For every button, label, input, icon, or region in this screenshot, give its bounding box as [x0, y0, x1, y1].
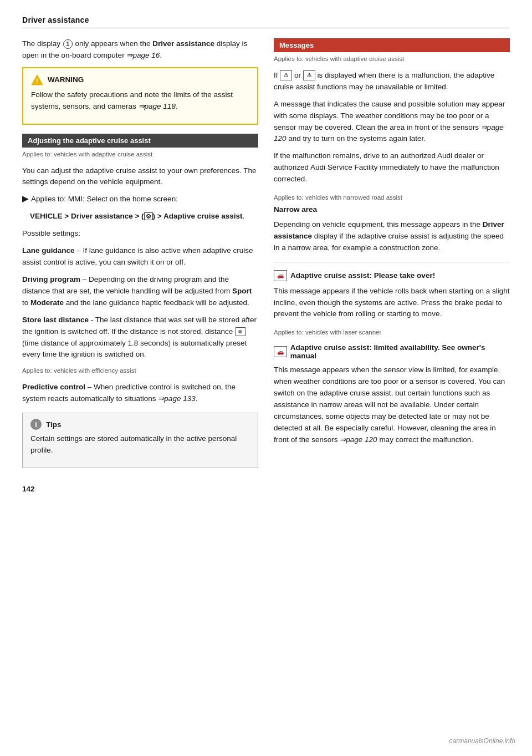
left-column: The display 1 only appears when the Driv… — [22, 38, 258, 468]
right-column: Messages Applies to: vehicles with adapt… — [274, 38, 510, 468]
two-column-layout: The display 1 only appears when the Driv… — [22, 38, 510, 468]
page-footer: 142 — [22, 485, 510, 493]
malfunction-icon-2: ⚠ — [303, 70, 315, 80]
messages-section: Messages Applies to: vehicles with adapt… — [274, 38, 510, 185]
lane-guidance-label: Lane guidance — [22, 246, 75, 255]
messages-bar-label: Messages — [279, 41, 314, 49]
warning-page-ref: ⇒page 118 — [139, 102, 176, 110]
driving-program-para: Driving program – Depending on the drivi… — [22, 274, 258, 309]
info-circle-icon: i — [30, 419, 42, 430]
lane-guidance-para: Lane guidance – If lane guidance is also… — [22, 245, 258, 268]
predictive-control-label: Predictive control — [22, 383, 85, 391]
adjusting-bar-label: Adjusting the adaptive cruise assist — [28, 136, 151, 145]
tips-box: i Tips Certain settings are stored autom… — [22, 413, 258, 468]
adaptive-limited-page-ref: ⇒page 120 — [340, 435, 377, 444]
store-last-distance-label: Store last distance — [22, 316, 89, 324]
tips-label: Tips — [46, 420, 62, 429]
sport-label: Sport — [232, 287, 252, 295]
efficiency-applies-to: Applies to: vehicles with efficiency ass… — [22, 366, 258, 376]
intro-paragraph: The display 1 only appears when the Driv… — [22, 38, 258, 62]
intro-page-ref: ⇒page 16 — [126, 51, 160, 59]
messages-page-ref1: ⇒page 120 — [274, 123, 504, 143]
adaptive-takeover-header: 🚗 Adaptive cruise assist: Please take ov… — [274, 270, 510, 281]
nav-path: VEHICLE > Driver assistance > (⚙) > Adap… — [30, 212, 243, 220]
messages-para2: A message that indicates the cause and p… — [274, 99, 510, 145]
adaptive-takeover-label: Adaptive cruise assist: Please take over… — [290, 271, 435, 280]
page-wrapper: Driver assistance The display 1 only app… — [0, 0, 532, 756]
predictive-control-para: Predictive control – When predictive con… — [22, 382, 258, 405]
page-header: Driver assistance — [22, 16, 510, 28]
page-number: 142 — [22, 485, 35, 493]
narrow-area-title: Narrow area — [274, 204, 510, 216]
driver-assistance-bold: Driver assistance — [152, 39, 214, 48]
divider — [274, 262, 510, 262]
store-distance-icon: ▦ — [236, 327, 245, 336]
moderate-label: Moderate — [30, 298, 64, 307]
circle-number-1: 1 — [63, 39, 73, 49]
messages-applies-to: Applies to: vehicles with adaptive cruis… — [274, 54, 510, 64]
malfunction-icon-1: ⚠ — [280, 70, 292, 80]
warning-box: ! WARNING Follow the safety precautions … — [22, 67, 258, 125]
warning-header: ! WARNING — [31, 74, 249, 86]
adaptive-takeover-para: This message appears if the vehicle roll… — [274, 286, 510, 321]
page-title: Driver assistance — [22, 16, 89, 24]
narrow-area-section: Applies to: vehicles with narrowed road … — [274, 193, 510, 254]
adaptive-takeover-section: 🚗 Adaptive cruise assist: Please take ov… — [274, 270, 510, 321]
adaptive-limited-section: Applies to: vehicles with laser scanner … — [274, 328, 510, 445]
adaptive-takeover-icon: 🚗 — [274, 270, 287, 281]
adaptive-limited-label: Adaptive cruise assist: limited availabi… — [290, 343, 510, 360]
adaptive-limited-header: 🚗 Adaptive cruise assist: limited availa… — [274, 343, 510, 360]
store-last-distance-para: Store last distance - The last distance … — [22, 314, 258, 361]
bullet-path: VEHICLE > Driver assistance > (⚙) > Adap… — [22, 211, 258, 222]
adjusting-para1: You can adjust the adaptive cruise assis… — [22, 165, 258, 189]
bullet-arrow-icon: ▶ — [22, 195, 28, 203]
narrow-area-applies-to: Applies to: vehicles with narrowed road … — [274, 193, 510, 203]
adaptive-limited-applies-to: Applies to: vehicles with laser scanner — [274, 328, 510, 338]
tips-header: i Tips — [30, 419, 250, 430]
warning-triangle-icon: ! — [31, 74, 43, 86]
adaptive-limited-icon: 🚗 — [274, 346, 287, 357]
messages-para3: If the malfunction remains, drive to an … — [274, 150, 510, 185]
watermark: carmanualsOnline.info — [449, 737, 515, 745]
svg-text:!: ! — [36, 78, 38, 84]
adaptive-limited-para: This message appears when the sensor vie… — [274, 364, 510, 445]
possible-settings-label: Possible settings: — [22, 228, 258, 240]
tips-body: Certain settings are stored automaticall… — [30, 433, 250, 456]
predictive-page-ref: ⇒page 133 — [158, 394, 195, 403]
driving-program-label: Driving program — [22, 275, 80, 283]
warning-label: WARNING — [48, 75, 84, 84]
narrow-area-para: Depending on vehicle equipment, this mes… — [274, 219, 510, 254]
bullet-prefix: ▶ Applies to: MMI: Select on the home sc… — [22, 194, 258, 205]
narrow-driver-assist-bold: Driver assistance — [274, 220, 504, 240]
messages-bar: Messages — [274, 38, 510, 52]
adjusting-section-bar: Adjusting the adaptive cruise assist — [22, 134, 258, 148]
adjusting-applies-to: Applies to: vehicles with adaptive cruis… — [22, 150, 258, 160]
messages-para1: If ⚠ or ⚠ is displayed when there is a m… — [274, 70, 510, 93]
warning-body: Follow the safety precautions and note t… — [31, 89, 249, 113]
bullet-item-mmi: ▶ Applies to: MMI: Select on the home sc… — [22, 194, 258, 222]
